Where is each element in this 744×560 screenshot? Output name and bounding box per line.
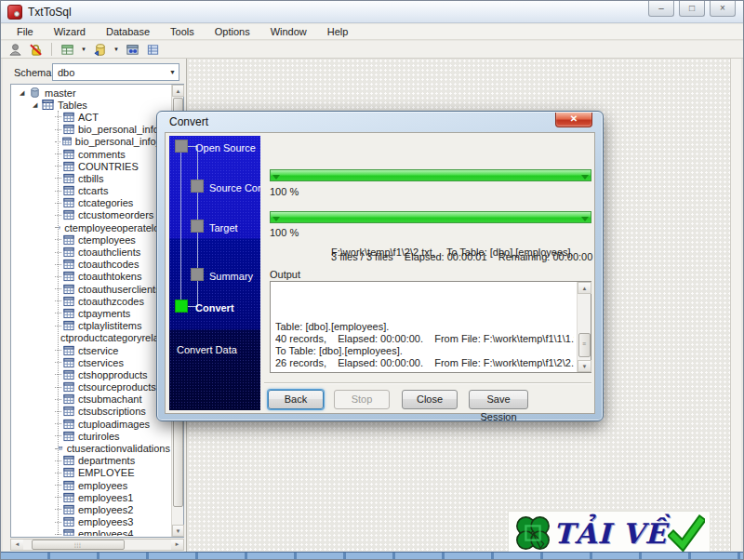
tree-table-item[interactable]: employees4 bbox=[12, 528, 170, 536]
total-progress-percent: 100 % bbox=[270, 227, 299, 239]
scroll-down-icon[interactable]: ▼ bbox=[578, 360, 591, 372]
table-icon bbox=[63, 161, 74, 172]
expanded-triangle-icon[interactable]: ◢ bbox=[33, 101, 42, 109]
tree-table-item[interactable]: EMPLOYEE bbox=[12, 467, 170, 479]
tree-table-item[interactable]: employees2 bbox=[12, 503, 170, 515]
tree-table-item[interactable]: ctemployees bbox=[12, 233, 170, 246]
tree-table-item[interactable]: bio_personal_info_t bbox=[12, 124, 170, 136]
open-table-icon[interactable] bbox=[60, 42, 75, 58]
toolbar: ▼ ▼ bbox=[1, 41, 743, 59]
minimize-button[interactable]: – bbox=[648, 1, 674, 17]
tree-table-item[interactable]: ctservice bbox=[12, 344, 170, 356]
schema-combobox[interactable]: dbo ▼ bbox=[52, 63, 179, 81]
connect-user-icon[interactable] bbox=[7, 42, 23, 58]
tree-table-item[interactable]: departments bbox=[12, 455, 170, 467]
tree-guide-line bbox=[58, 111, 59, 536]
tree-table-item[interactable]: ctcustomeorders bbox=[12, 209, 170, 221]
menu-item[interactable]: Options bbox=[205, 24, 260, 39]
tree-table-item[interactable]: bio_personal_info_t1 bbox=[12, 136, 170, 148]
scroll-left-icon[interactable]: ◄ bbox=[11, 540, 23, 550]
expanded-triangle-icon[interactable]: ◢ bbox=[20, 89, 29, 97]
menu-item[interactable]: Help bbox=[317, 24, 359, 39]
disconnect-lock-icon[interactable] bbox=[28, 42, 44, 58]
step-source-config-label: Source Config bbox=[209, 182, 260, 193]
tree-table-item[interactable]: ctpayments bbox=[12, 307, 170, 319]
tree-table-item[interactable]: COUNTRIES bbox=[12, 160, 170, 172]
tree-table-item[interactable]: ctuseractionvalidations bbox=[12, 442, 170, 454]
output-scrollbar[interactable]: ▲ ≡ ▼ bbox=[577, 282, 591, 372]
scroll-up-icon[interactable]: ▲ bbox=[172, 85, 184, 97]
button-separator bbox=[264, 382, 591, 384]
tree-table-item[interactable]: ctoauthcodes bbox=[12, 259, 170, 271]
tree-table-item[interactable]: cturiroles bbox=[12, 430, 170, 442]
save-session-button[interactable]: Save Session bbox=[469, 390, 528, 409]
tree-table-item[interactable]: ctuploadimages bbox=[12, 418, 170, 430]
tree-table-item[interactable]: ctoauthzcodes bbox=[12, 295, 170, 307]
menu-item[interactable]: Database bbox=[96, 24, 160, 39]
dialog-title: Convert bbox=[169, 115, 208, 128]
dialog-close-button[interactable]: ✕ bbox=[555, 113, 592, 127]
tree-node-tables[interactable]: ◢ Tables bbox=[12, 99, 170, 111]
tree-tables-label: Tables bbox=[58, 100, 87, 111]
total-progress-bar bbox=[270, 211, 591, 223]
workspace-scrollbar-track[interactable] bbox=[730, 59, 741, 551]
step-summary-marker bbox=[191, 268, 204, 281]
tree-table-item[interactable]: ctsubscriptions bbox=[12, 406, 170, 418]
close-button[interactable]: × bbox=[710, 1, 736, 17]
scrollbar-thumb[interactable]: ≡ bbox=[578, 333, 591, 357]
grid-view-icon[interactable] bbox=[145, 42, 161, 58]
tree-table-label: COUNTRIES bbox=[78, 161, 139, 172]
tree-table-item[interactable]: ctplaylistitems bbox=[12, 320, 170, 332]
scroll-down-icon[interactable]: ▼ bbox=[172, 525, 184, 537]
table-icon bbox=[63, 124, 74, 135]
database-export-icon[interactable] bbox=[92, 42, 108, 58]
tree-table-label: ctoauthtokens bbox=[78, 271, 142, 282]
output-line: 40 records, Elapsed: 00:00:00. From File… bbox=[275, 333, 574, 345]
tree-table-item[interactable]: employees1 bbox=[12, 491, 170, 503]
close-dialog-button[interactable]: Close bbox=[402, 390, 458, 409]
tree-table-item[interactable]: ctoauthtokens bbox=[12, 271, 170, 283]
database-export-dropdown-icon[interactable]: ▼ bbox=[113, 47, 120, 52]
scroll-up-icon[interactable]: ▲ bbox=[578, 282, 591, 294]
menu-item[interactable]: File bbox=[7, 24, 44, 39]
tree-table-item[interactable]: ctsubmachant bbox=[12, 393, 170, 406]
table-icon bbox=[63, 516, 74, 527]
tree-table-item[interactable]: comments bbox=[12, 148, 170, 160]
tree-table-item[interactable]: ctproductcategoryrelation bbox=[12, 332, 170, 344]
tree-table-item[interactable]: ctcategories bbox=[12, 197, 170, 209]
tree-table-item[interactable]: employees bbox=[12, 479, 170, 491]
table-icon bbox=[63, 406, 74, 417]
table-icon bbox=[63, 480, 74, 491]
scrollbar-thumb[interactable]: ⦙⦙⦙ bbox=[32, 540, 125, 550]
back-button[interactable]: Back bbox=[268, 390, 324, 409]
tree-table-item[interactable]: ctemployeeoperatelogs bbox=[12, 221, 170, 233]
tree-table-item[interactable]: ctcarts bbox=[12, 185, 170, 197]
tree-horizontal-scrollbar[interactable]: ◄ ⦙⦙⦙ ► bbox=[10, 539, 184, 551]
download-badge[interactable]: TẢI VỀ bbox=[508, 511, 711, 555]
scroll-right-icon[interactable]: ► bbox=[171, 540, 183, 550]
menu-item[interactable]: Tools bbox=[160, 24, 205, 39]
convert-dialog: Convert ✕ Open Source Source Config Targ… bbox=[156, 111, 604, 421]
table-icon bbox=[63, 247, 74, 258]
view-session-icon[interactable] bbox=[125, 42, 140, 58]
table-icon bbox=[62, 136, 72, 147]
tree-table-label: departments bbox=[78, 455, 135, 466]
tree-table-item[interactable]: ctoauthclients bbox=[12, 246, 170, 258]
step-summary-label: Summary bbox=[209, 271, 253, 282]
menu-item[interactable]: Window bbox=[260, 24, 317, 39]
tree-table-item[interactable]: ctservices bbox=[12, 356, 170, 368]
tree-table-item[interactable]: ctbills bbox=[12, 172, 170, 184]
tree-table-item[interactable]: employees3 bbox=[12, 516, 170, 528]
open-table-dropdown-icon[interactable]: ▼ bbox=[80, 47, 87, 52]
tree-table-item[interactable]: ctoauthuserclients bbox=[12, 283, 170, 295]
maximize-button[interactable]: □ bbox=[679, 1, 705, 17]
table-icon bbox=[63, 234, 74, 246]
tree-node-master[interactable]: ◢ master bbox=[12, 87, 170, 99]
tree-table-item[interactable]: ctsourceproducts bbox=[12, 381, 170, 393]
output-line: 26 records, Elapsed: 00:00:00. From File… bbox=[275, 357, 574, 369]
tree-table-item[interactable]: ctshopproducts bbox=[12, 368, 170, 380]
chevron-down-icon: ▼ bbox=[169, 69, 176, 75]
tree-table-item[interactable]: ACT bbox=[12, 111, 170, 123]
tree-table-label: ctservices bbox=[78, 357, 124, 368]
menu-item[interactable]: Wizard bbox=[44, 24, 96, 39]
